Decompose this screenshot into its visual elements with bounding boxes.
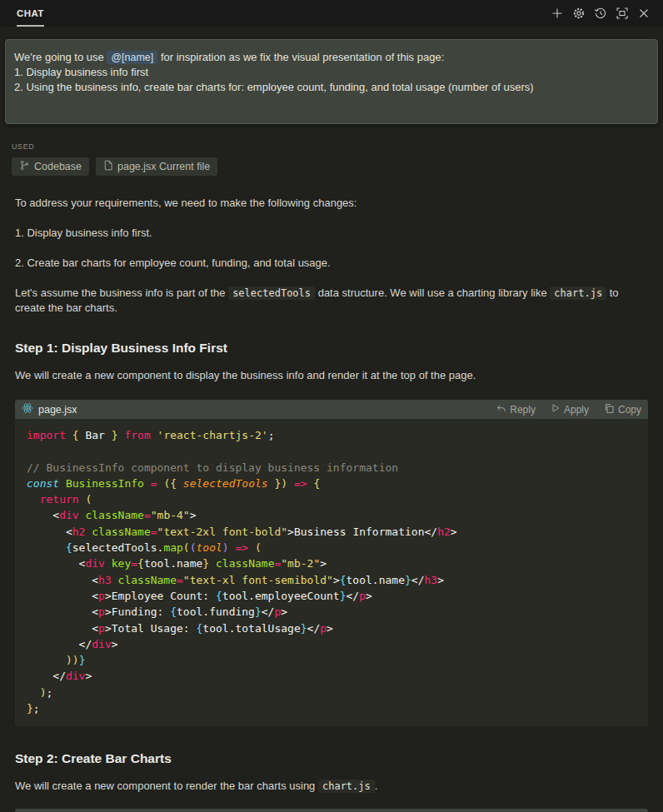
step1-heading: Step 1: Display Business Info First: [15, 341, 648, 356]
chip-codebase[interactable]: Codebase: [12, 157, 89, 176]
chip-label: Codebase: [34, 161, 82, 172]
chip-current-file[interactable]: page.jsx Current file: [96, 157, 217, 176]
paragraph: We will create a new component to render…: [15, 779, 648, 794]
step2-heading: Step 2: Create Bar Charts: [15, 751, 648, 766]
mention-chip[interactable]: @[name]: [107, 51, 157, 64]
git-branch-icon: [19, 160, 30, 173]
code-block-2-cutoff: page.jsx Reply Apply Copy: [15, 809, 648, 812]
react-icon: [22, 402, 33, 417]
code-block-header: page.jsx Reply Apply Copy: [15, 809, 648, 812]
code-block-header: page.jsx Reply Apply Copy: [15, 400, 648, 419]
file-icon: [103, 160, 113, 173]
chip-label: page.jsx Current file: [117, 161, 210, 172]
gear-icon[interactable]: [568, 2, 590, 24]
assistant-response: To address your requirements, we need to…: [0, 196, 663, 812]
paragraph: To address your requirements, we need to…: [15, 196, 648, 211]
code-block-page-jsx: page.jsx Reply Apply Copy import { Bar: [15, 400, 648, 726]
user-message-line3: 2. Using the business info, create bar c…: [14, 80, 649, 95]
plus-icon[interactable]: [546, 2, 568, 24]
copy-icon: [604, 403, 615, 416]
used-label: USED: [12, 142, 663, 151]
paragraph: Let's assume the business info is part o…: [15, 286, 648, 316]
screen-full-icon[interactable]: [611, 2, 633, 24]
inline-code: chart.js: [318, 780, 375, 793]
list-item-1: 1. Display business info first.: [15, 226, 648, 241]
user-message[interactable]: We're going to use @[name] for inspirati…: [5, 39, 658, 124]
reply-button[interactable]: Reply: [496, 403, 536, 416]
user-message-line1: We're going to use @[name] for inspirati…: [14, 50, 649, 65]
list-item-2: 2. Create bar charts for employee count,…: [15, 256, 648, 271]
history-icon[interactable]: [590, 2, 611, 24]
code-filename: page.jsx: [38, 404, 481, 416]
tab-chat[interactable]: CHAT: [17, 0, 44, 27]
context-chips: Codebase page.jsx Current file: [12, 157, 663, 176]
copy-button[interactable]: Copy: [604, 403, 641, 416]
user-message-line2: 1. Display business info first: [14, 65, 649, 80]
titlebar: CHAT: [0, 0, 663, 27]
reply-icon: [496, 403, 506, 416]
inline-code: selectedTools: [228, 286, 315, 300]
paragraph: We will create a new component to displa…: [15, 368, 648, 383]
apply-icon: [551, 403, 561, 416]
inline-code: chart.js: [550, 286, 606, 300]
code-content[interactable]: import { Bar } from 'react-chartjs-2'; /…: [15, 419, 648, 726]
close-icon[interactable]: [633, 2, 655, 24]
apply-button[interactable]: Apply: [551, 403, 589, 416]
